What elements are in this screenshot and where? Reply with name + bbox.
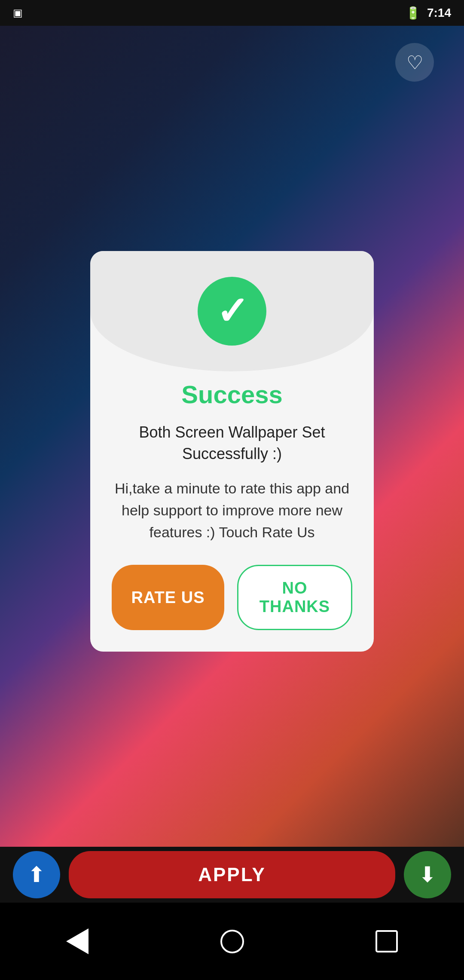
dialog-title: Success: [114, 380, 350, 409]
status-bar-left: ▣: [13, 7, 23, 19]
home-icon: [220, 930, 244, 953]
recents-icon: [375, 930, 398, 952]
no-thanks-button[interactable]: NO THANKS: [237, 565, 352, 630]
time-display: 7:14: [427, 6, 451, 20]
rate-us-button[interactable]: RATE US: [112, 565, 224, 630]
download-icon: ⬇: [418, 862, 437, 887]
back-button[interactable]: [56, 920, 99, 963]
battery-icon: 🔋: [406, 6, 421, 20]
dialog-content: Success Both Screen Wallpaper Set Succes…: [90, 358, 374, 544]
status-bar: ▣ 🔋 7:14: [0, 0, 464, 26]
dialog-top-section: [90, 251, 374, 371]
navigation-bar: [0, 903, 464, 980]
download-button[interactable]: ⬇: [404, 851, 451, 898]
back-icon: [66, 928, 89, 954]
dialog-overlay: Success Both Screen Wallpaper Set Succes…: [0, 0, 464, 903]
signal-icon: ▣: [13, 7, 23, 19]
recents-button[interactable]: [365, 920, 408, 963]
share-button[interactable]: ⬆: [13, 851, 60, 898]
home-button[interactable]: [211, 920, 253, 963]
dialog-buttons: RATE US NO THANKS: [90, 565, 374, 630]
apply-button[interactable]: APPLY: [69, 851, 395, 898]
dialog-message: Hi,take a minute to rate this app and he…: [114, 478, 350, 543]
success-check-circle: [198, 277, 266, 346]
bottom-action-bar: ⬆ APPLY ⬇: [0, 847, 464, 903]
dialog-subtitle: Both Screen Wallpaper Set Successfully :…: [114, 422, 350, 465]
success-dialog: Success Both Screen Wallpaper Set Succes…: [90, 251, 374, 652]
status-bar-right: 🔋 7:14: [406, 6, 451, 20]
share-icon: ⬆: [27, 862, 46, 887]
